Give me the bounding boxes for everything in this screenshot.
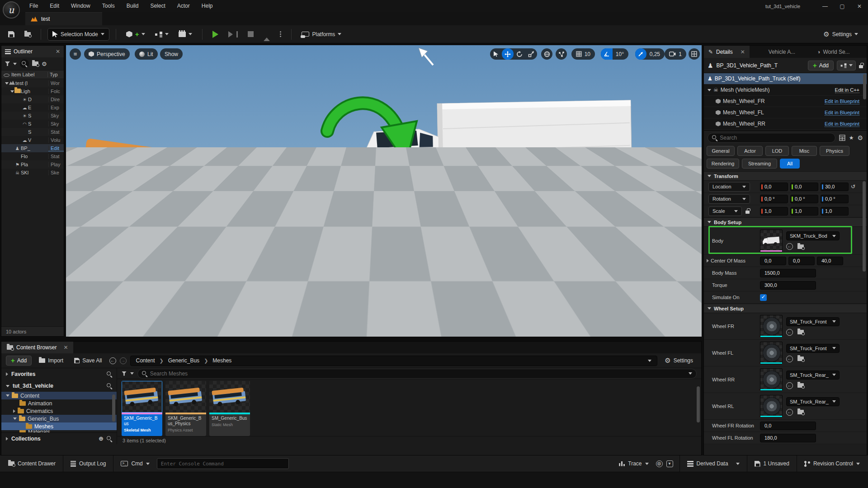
scrollbar[interactable] bbox=[112, 394, 115, 422]
menu-actor[interactable]: Actor bbox=[171, 0, 196, 12]
window-close-button[interactable]: ✕ bbox=[851, 0, 868, 12]
forward-button[interactable]: → bbox=[120, 357, 127, 364]
outliner-row-volumetric-cloud[interactable]: ☁VVolu bbox=[1, 136, 64, 144]
location-y-field[interactable]: 0,0 bbox=[790, 183, 818, 191]
world-local-toggle[interactable] bbox=[541, 48, 552, 60]
outliner-row-skeletal[interactable]: ☠SKlSke bbox=[1, 169, 64, 177]
play-options-button[interactable] bbox=[276, 28, 285, 40]
tab-test[interactable]: test bbox=[25, 12, 102, 25]
component-wheel-rl[interactable]: Mesh_Wheel_RLEdit in Blueprint bbox=[704, 130, 867, 131]
body-asset-dropdown[interactable]: SKM_Truck_Bod bbox=[786, 231, 840, 240]
outliner-row-staticmesh[interactable]: SStat bbox=[1, 128, 64, 136]
asset-skm-generic-bus[interactable]: SKM_Generic_BusSkeletal Mesh bbox=[122, 381, 162, 436]
rotation-snap-control[interactable]: 10° bbox=[601, 48, 628, 60]
wheel-rl-dropdown[interactable]: SM_Truck_Rear_ bbox=[786, 397, 840, 406]
insights-icon[interactable]: ◍ bbox=[656, 460, 663, 467]
add-actor-dropdown[interactable]: + bbox=[123, 28, 149, 40]
cat-all[interactable]: All bbox=[780, 159, 800, 169]
lock-icon[interactable] bbox=[859, 65, 863, 68]
perspective-dropdown[interactable]: Perspective bbox=[84, 48, 130, 60]
asset-sm-generic-bus[interactable]: SM_Generic_BusStatic Mesh bbox=[209, 381, 250, 436]
grid-snap-control[interactable]: 10 bbox=[571, 48, 595, 60]
simulate-on-checkbox[interactable] bbox=[760, 294, 767, 301]
selection-mode-dropdown[interactable]: Selection Mode bbox=[47, 28, 109, 41]
location-z-field[interactable]: 30,0 bbox=[821, 183, 849, 191]
cinematics-dropdown[interactable] bbox=[175, 28, 196, 40]
scale-snap-control[interactable]: 0,25 bbox=[635, 48, 665, 60]
edit-in-cpp-link[interactable]: Edit in C++ bbox=[835, 87, 859, 93]
wheel-fr-rotation-field[interactable]: 0,0 bbox=[760, 422, 816, 430]
outliner-row-lighting[interactable]: LighFolc bbox=[1, 87, 64, 95]
wheel-fr-thumbnail[interactable] bbox=[760, 315, 783, 338]
cb-search-field[interactable] bbox=[137, 369, 697, 379]
trace-dropdown[interactable]: Trace bbox=[615, 455, 652, 472]
viewport-menu-button[interactable]: ≡ bbox=[70, 48, 81, 60]
location-dropdown[interactable]: Location bbox=[708, 182, 750, 192]
search-icon[interactable] bbox=[107, 436, 112, 441]
cat-actor[interactable]: Actor bbox=[737, 146, 763, 156]
add-component-button[interactable]: +Add bbox=[808, 61, 834, 70]
stop-button[interactable] bbox=[244, 28, 257, 40]
display-options-icon[interactable] bbox=[839, 135, 845, 141]
visibility-icon[interactable] bbox=[4, 74, 9, 77]
body-mass-field[interactable]: 1500,0 bbox=[760, 269, 816, 277]
viewport-3d[interactable]: z x y ≡ Perspective Lit Show 10 10° 0,25 bbox=[66, 45, 702, 337]
rotation-x-field[interactable]: 0,0 ° bbox=[760, 195, 788, 203]
menu-tools[interactable]: Tools bbox=[96, 0, 121, 12]
cat-misc[interactable]: Misc bbox=[792, 146, 817, 156]
close-icon[interactable]: ✕ bbox=[56, 48, 60, 55]
close-icon[interactable]: ✕ bbox=[741, 49, 745, 55]
browse-to-asset-icon[interactable] bbox=[797, 330, 804, 334]
menu-build[interactable]: Build bbox=[121, 0, 145, 12]
cat-rendering[interactable]: Rendering bbox=[707, 159, 739, 169]
menu-window[interactable]: Window bbox=[65, 0, 96, 12]
snapshot-icon[interactable]: ▾ bbox=[666, 460, 673, 467]
com-z-field[interactable]: 40,0 bbox=[817, 257, 843, 265]
search-icon[interactable] bbox=[107, 371, 112, 377]
menu-edit[interactable]: Edit bbox=[44, 0, 65, 12]
details-search-field[interactable] bbox=[708, 133, 835, 143]
edit-in-blueprint-link[interactable]: Edit in Blueprint bbox=[825, 99, 859, 104]
component-self[interactable]: ♟BP_3D1_Vehicle_Path_Truck (Self) bbox=[704, 73, 867, 84]
star-icon[interactable]: ★ bbox=[849, 135, 854, 141]
browse-content-button[interactable] bbox=[21, 28, 34, 40]
menu-file[interactable]: File bbox=[24, 0, 44, 12]
maximize-viewport-button[interactable] bbox=[689, 48, 700, 60]
tree-meshes[interactable]: Meshes bbox=[1, 422, 117, 430]
eject-button[interactable] bbox=[260, 28, 274, 40]
torque-field[interactable]: 300,0 bbox=[760, 281, 816, 290]
tab-world-settings[interactable]: ◑World Se... bbox=[811, 46, 856, 58]
save-button[interactable] bbox=[5, 28, 18, 40]
tab-details[interactable]: ✎ Details ✕ bbox=[704, 46, 750, 58]
crumb-meshes[interactable]: Meshes bbox=[212, 357, 231, 364]
crumb-generic-bus[interactable]: Generic_Bus bbox=[168, 357, 199, 364]
search-icon[interactable] bbox=[107, 383, 112, 389]
scrollbar[interactable] bbox=[863, 74, 866, 99]
back-button[interactable]: ← bbox=[109, 357, 116, 364]
rotation-dropdown[interactable]: Rotation bbox=[708, 194, 750, 204]
derived-data-dropdown[interactable]: Derived Data bbox=[684, 455, 743, 472]
menu-help[interactable]: Help bbox=[196, 0, 219, 12]
collections-section[interactable]: Collections ⊕ bbox=[1, 432, 117, 444]
browse-to-asset-icon[interactable] bbox=[797, 383, 804, 388]
use-selected-asset-icon[interactable]: ← bbox=[786, 356, 793, 362]
use-selected-asset-icon[interactable]: ← bbox=[786, 409, 793, 416]
cat-lod[interactable]: LOD bbox=[765, 146, 789, 156]
window-minimize-button[interactable]: — bbox=[816, 0, 834, 12]
scale-y-field[interactable]: 1,0 bbox=[790, 207, 818, 216]
tree-content[interactable]: Content bbox=[1, 392, 117, 399]
outliner-row-sky-atmosphere[interactable]: ☀SSky bbox=[1, 112, 64, 120]
save-all-button[interactable]: Save All bbox=[71, 355, 105, 366]
rotation-z-field[interactable]: 0,0 ° bbox=[821, 195, 849, 203]
tree-animation[interactable]: Animation bbox=[1, 399, 117, 407]
unsaved-button[interactable]: 1 Unsaved bbox=[751, 455, 793, 472]
chevron-down-icon[interactable] bbox=[13, 63, 17, 65]
cb-search-input[interactable] bbox=[150, 371, 686, 377]
cmd-dropdown[interactable]: >_ Cmd bbox=[117, 455, 153, 472]
outliner-row-test[interactable]: test (lWor bbox=[1, 79, 64, 87]
location-x-field[interactable]: 0,0 bbox=[760, 183, 788, 191]
project-section[interactable]: tut_3d1_vehicle bbox=[1, 380, 117, 392]
scale-z-field[interactable]: 1,0 bbox=[821, 207, 849, 216]
console-command-input[interactable] bbox=[161, 461, 285, 467]
browse-to-asset-icon[interactable] bbox=[797, 357, 804, 361]
